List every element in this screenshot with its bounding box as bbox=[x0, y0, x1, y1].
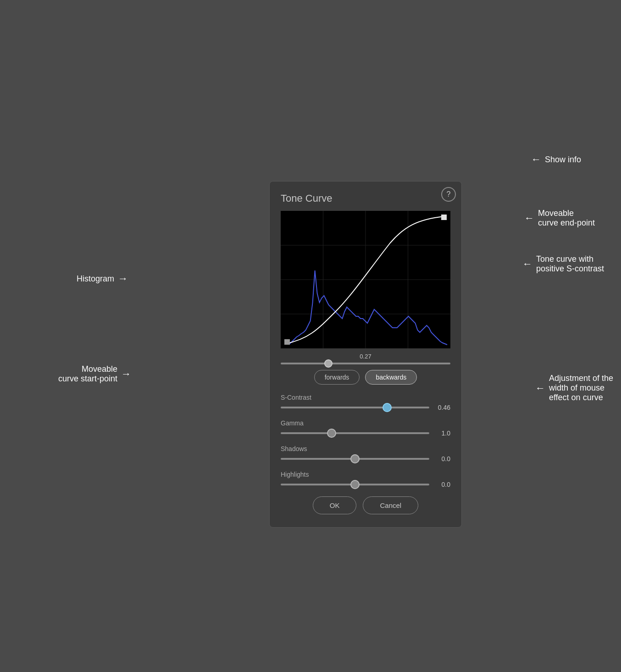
highlights-value: 0.0 bbox=[434, 481, 450, 488]
show-info-arrow: ← bbox=[531, 154, 541, 165]
gamma-control: 1.0 bbox=[281, 430, 450, 437]
backwards-button[interactable]: backwards bbox=[365, 370, 417, 385]
question-mark-icon: ? bbox=[447, 190, 451, 198]
show-info-text: Show info bbox=[545, 155, 581, 165]
help-button[interactable]: ? bbox=[441, 187, 456, 202]
ok-button[interactable]: OK bbox=[313, 496, 357, 514]
cancel-button[interactable]: Cancel bbox=[363, 496, 418, 514]
highlights-slider[interactable] bbox=[281, 484, 429, 485]
tone-curve-text: Tone curve with positive S-contrast bbox=[536, 254, 604, 274]
tone-curve-dialog: ? Tone Curve 0 bbox=[269, 181, 462, 528]
shadows-label: Shadows bbox=[281, 445, 450, 452]
mouse-effect-annotation: ← Adjustment of the width of mouse effec… bbox=[535, 374, 613, 402]
bottom-buttons-group: OK Cancel bbox=[281, 496, 450, 514]
gamma-row: Gamma 1.0 bbox=[281, 419, 450, 437]
curve-svg bbox=[281, 211, 450, 348]
tone-curve-arrow: ← bbox=[522, 258, 532, 270]
mouse-effect-value-label: 0.27 bbox=[281, 353, 450, 360]
gamma-slider[interactable] bbox=[281, 432, 429, 434]
histogram-annotation: Histogram → bbox=[77, 273, 128, 285]
endpoint-annotation: ← Moveable curve end-point bbox=[524, 209, 595, 228]
highlights-control: 0.0 bbox=[281, 481, 450, 488]
curve-endpoint-top[interactable] bbox=[441, 215, 447, 220]
direction-buttons-group: forwards backwards bbox=[281, 370, 450, 385]
mouse-effect-text: Adjustment of the width of mouse effect … bbox=[549, 374, 613, 402]
s-contrast-label: S-Contrast bbox=[281, 394, 450, 401]
startpoint-text: Moveable curve start-point bbox=[58, 364, 117, 384]
startpoint-arrow: → bbox=[121, 368, 131, 380]
mouse-effect-row bbox=[281, 363, 450, 364]
endpoint-text: Moveable curve end-point bbox=[538, 209, 595, 228]
s-contrast-value: 0.46 bbox=[434, 404, 450, 411]
dialog-title: Tone Curve bbox=[281, 193, 450, 204]
tone-curve-canvas[interactable] bbox=[281, 211, 450, 348]
s-contrast-slider[interactable] bbox=[281, 407, 429, 408]
gamma-label: Gamma bbox=[281, 419, 450, 427]
tone-curve-annotation: ← Tone curve with positive S-contrast bbox=[522, 254, 604, 274]
histogram-arrow: → bbox=[118, 273, 128, 285]
show-info-annotation: ← Show info bbox=[531, 154, 581, 165]
highlights-label: Highlights bbox=[281, 471, 450, 478]
curve-startpoint-bottom[interactable] bbox=[284, 339, 290, 345]
histogram-text: Histogram bbox=[77, 274, 114, 284]
highlights-row: Highlights 0.0 bbox=[281, 471, 450, 488]
shadows-slider[interactable] bbox=[281, 458, 429, 460]
shadows-row: Shadows 0.0 bbox=[281, 445, 450, 463]
s-contrast-row: S-Contrast 0.46 bbox=[281, 394, 450, 411]
forwards-button[interactable]: forwards bbox=[314, 370, 360, 385]
mouse-effect-arrow: ← bbox=[535, 382, 545, 394]
shadows-value: 0.0 bbox=[434, 455, 450, 463]
s-contrast-control: 0.46 bbox=[281, 404, 450, 411]
mouse-effect-slider[interactable] bbox=[281, 363, 450, 364]
startpoint-annotation: Moveable curve start-point → bbox=[58, 364, 131, 384]
gamma-value: 1.0 bbox=[434, 430, 450, 437]
shadows-control: 0.0 bbox=[281, 455, 450, 463]
endpoint-arrow: ← bbox=[524, 212, 534, 224]
